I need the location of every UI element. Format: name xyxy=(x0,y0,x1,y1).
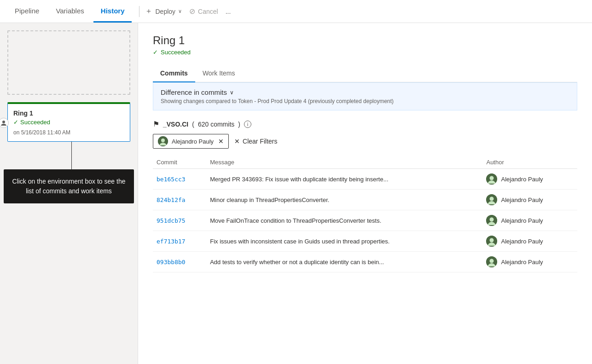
commit-author: Alejandro Pauly xyxy=(482,210,577,231)
svg-point-2 xyxy=(161,139,165,142)
author-avatar xyxy=(486,256,497,267)
repo-section: ⚑ _VSO.CI (620 commits) i Alejandro Paul… xyxy=(153,120,577,272)
empty-env-area xyxy=(7,30,130,95)
author-avatar xyxy=(158,136,168,146)
tab-history[interactable]: History xyxy=(93,0,132,23)
environment-box[interactable]: Ring 1 ✓ Succeeded on 5/16/2018 11:40 AM xyxy=(7,102,130,142)
commit-hash[interactable]: 951dcb75 xyxy=(153,210,206,231)
tab-variables[interactable]: Variables xyxy=(48,0,91,23)
svg-point-0 xyxy=(2,121,5,123)
commit-message: Minor cleanup in ThreadPropertiesConvert… xyxy=(206,190,482,210)
table-row[interactable]: 824b12faMinor cleanup in ThreadPropertie… xyxy=(153,190,577,210)
env-status: ✓ Succeeded xyxy=(13,119,124,126)
check-icon: ✓ xyxy=(13,119,18,126)
remove-filter-button[interactable]: ✕ xyxy=(218,138,224,145)
commit-message: Fix issues with inconsistent case in Gui… xyxy=(206,231,482,252)
svg-point-12 xyxy=(490,259,494,263)
page-title: Ring 1 xyxy=(153,34,577,47)
top-nav: Pipeline Variables History ＋ Deploy ∨ ⊘ … xyxy=(0,0,592,23)
clear-filters-button[interactable]: ✕ Clear Filters xyxy=(234,138,277,145)
chevron-down-icon: ∨ xyxy=(230,89,234,96)
tab-work-items[interactable]: Work Items xyxy=(195,65,243,82)
svg-point-4 xyxy=(490,176,494,180)
deploy-button[interactable]: ＋ Deploy ∨ xyxy=(145,6,182,16)
diff-banner-title[interactable]: Difference in commits ∨ xyxy=(161,88,569,96)
svg-point-8 xyxy=(490,218,494,222)
nav-divider xyxy=(139,6,139,17)
commit-hash[interactable]: 093bb8b0 xyxy=(153,252,206,272)
tab-pipeline[interactable]: Pipeline xyxy=(7,0,46,23)
commit-hash[interactable]: be165cc3 xyxy=(153,169,206,190)
svg-point-6 xyxy=(490,197,494,201)
commit-author: Alejandro Pauly xyxy=(482,252,577,272)
svg-point-10 xyxy=(490,238,494,243)
commit-message: Move FailOnTrace condition to ThreadProp… xyxy=(206,210,482,231)
col-commit: Commit xyxy=(153,156,206,169)
content-area: Ring 1 ✓ Succeeded Commits Work Items Di… xyxy=(138,23,592,364)
commits-table: Commit Message Author be165cc3Merged PR … xyxy=(153,156,577,272)
col-author: Author xyxy=(482,156,577,169)
clear-x-icon: ✕ xyxy=(234,138,240,145)
main-layout: Ring 1 ✓ Succeeded on 5/16/2018 11:40 AM… xyxy=(0,23,592,364)
chevron-down-icon: ∨ xyxy=(178,8,182,14)
cancel-button[interactable]: ⊘ Cancel xyxy=(189,7,218,16)
user-icon xyxy=(0,118,9,128)
tab-commits[interactable]: Commits xyxy=(153,65,195,82)
commit-author: Alejandro Pauly xyxy=(482,190,577,210)
commit-message: Add tests to verify whether or not a dup… xyxy=(206,252,482,272)
author-avatar xyxy=(486,236,497,247)
col-message: Message xyxy=(206,156,482,169)
commit-author: Alejandro Pauly xyxy=(482,169,577,190)
diff-banner: Difference in commits ∨ Showing changes … xyxy=(153,82,577,110)
nav-tabs: Pipeline Variables History xyxy=(7,0,133,23)
plus-icon: ＋ xyxy=(145,6,152,16)
commit-author: Alejandro Pauly xyxy=(482,231,577,252)
more-options-button[interactable]: ... xyxy=(226,8,231,15)
commit-hash[interactable]: 824b12fa xyxy=(153,190,206,210)
table-row[interactable]: 093bb8b0Add tests to verify whether or n… xyxy=(153,252,577,272)
commit-hash[interactable]: ef713b17 xyxy=(153,231,206,252)
diff-banner-subtitle: Showing changes compared to Token - Prod… xyxy=(161,98,569,104)
repo-title: ⚑ _VSO.CI (620 commits) i xyxy=(153,120,577,128)
table-row[interactable]: 951dcb75Move FailOnTrace condition to Th… xyxy=(153,210,577,231)
table-row[interactable]: ef713b17Fix issues with inconsistent cas… xyxy=(153,231,577,252)
commit-message: Merged PR 343693: Fix issue with duplica… xyxy=(206,169,482,190)
author-filter-chip[interactable]: Alejandro Pauly ✕ xyxy=(153,134,229,149)
content-tabs: Commits Work Items xyxy=(153,65,577,82)
sidebar: Ring 1 ✓ Succeeded on 5/16/2018 11:40 AM… xyxy=(0,23,138,364)
filter-row: Alejandro Pauly ✕ ✕ Clear Filters xyxy=(153,134,577,149)
author-avatar xyxy=(486,173,497,185)
env-date: on 5/16/2018 11:40 AM xyxy=(13,129,124,136)
author-avatar xyxy=(486,194,497,205)
page-status: ✓ Succeeded xyxy=(153,49,577,56)
table-row[interactable]: be165cc3Merged PR 343693: Fix issue with… xyxy=(153,169,577,190)
status-check-icon: ✓ xyxy=(153,49,158,56)
tooltip-box: Click on the environment box to see the … xyxy=(4,169,134,203)
repo-icon: ⚑ xyxy=(153,120,159,128)
author-avatar xyxy=(486,215,497,226)
info-icon[interactable]: i xyxy=(244,121,251,128)
connector-line xyxy=(71,142,72,169)
cancel-icon: ⊘ xyxy=(189,7,195,16)
nav-actions: ＋ Deploy ∨ ⊘ Cancel ... xyxy=(145,6,231,16)
env-title: Ring 1 xyxy=(13,110,124,117)
